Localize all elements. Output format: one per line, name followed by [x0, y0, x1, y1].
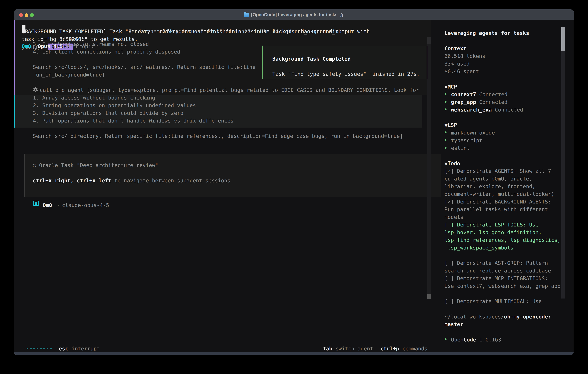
activity-dot [50, 348, 52, 349]
todo-line-pending: [ ] Demonstrate AST-GREP: Pattern [444, 259, 548, 267]
toast-title: Background Task Completed [272, 55, 351, 63]
input-agent-label[interactable]: OmO [22, 42, 31, 50]
lsp-section-header[interactable]: ▼LSP [444, 121, 457, 129]
gear-icon [32, 87, 38, 93]
window-title-container: [OpenCode] Leveraging agents for tasks ◑ [14, 10, 574, 20]
todo-line-done: curated agents (OmO, oracle, [444, 175, 532, 183]
collapse-triangle-icon: ▼ [444, 123, 448, 128]
hint-rest: to navigate between subagent sessions [111, 177, 231, 184]
status-bullet-icon [445, 108, 447, 110]
log-line: Search src/ directory. Return specific f… [33, 132, 403, 140]
log-line: run_in_background=true] [33, 71, 105, 79]
window-title: [OpenCode] Leveraging agents for tasks [251, 12, 337, 17]
folder-icon [244, 13, 249, 17]
mcp-item: websearch_exa Connected [451, 106, 523, 114]
todo-line-done: Run parallel tasks with different [444, 206, 548, 213]
main-scrollbar[interactable] [427, 37, 431, 299]
cmd-key-label: commands [402, 345, 427, 353]
log-line: 2. String operations on potentially unde… [33, 102, 196, 109]
oracle-icon: ◎ [33, 162, 36, 168]
tab-key-hint: tab [323, 345, 332, 353]
text-cursor [22, 25, 25, 33]
background-task-toast: Background Task Completed Task "Find typ… [262, 46, 427, 79]
oracle-hint-line: ctrl+x right, ctrl+x left to navigate be… [33, 177, 230, 184]
app-window: [OpenCode] Leveraging agents for tasks ◑… [14, 9, 574, 355]
agent-model: claude-opus-4-5 [62, 201, 109, 209]
todo-line-done: [✓] Demonstrate AGENTS: Show all 7 [444, 167, 551, 175]
log-line: 4. Path operations that don't handle Win… [33, 117, 233, 125]
message-line: [BACKGROUND TASK COMPLETED] Task "Find t… [22, 28, 342, 35]
window-bottom-edge [14, 352, 574, 355]
activity-dot [40, 348, 42, 349]
message-line: task_id="bg_6f59260c" to get results. [22, 35, 138, 43]
input-model-label[interactable]: Opus 4.5 [38, 42, 63, 50]
todo-line-active: lsp_hover, lsp_goto_definition, [444, 229, 542, 236]
workspace-path: ~/local-workspaces/oh-my-opencode: [444, 313, 551, 321]
esc-key-hint: esc [59, 345, 68, 353]
status-bullet-icon [445, 101, 447, 103]
cmd-key-hint: ctrl+p [380, 345, 399, 353]
sidebar-scrollbar[interactable] [561, 27, 565, 299]
collapse-triangle-icon: ▼ [444, 161, 448, 166]
todo-line-pending: search and replace across codebase [444, 267, 551, 274]
todo-line-done: models [444, 213, 463, 221]
scrollbar-cap [427, 37, 431, 44]
todo-line-active: lsp_find_references, lsp_diagnostics, [444, 236, 560, 244]
scrollbar-thumb[interactable] [427, 294, 431, 299]
esc-key-label: interrupt [72, 345, 100, 353]
activity-dot [43, 348, 45, 349]
title-bar: [OpenCode] Leveraging agents for tasks ◑ [14, 10, 574, 20]
activity-dot [37, 348, 38, 349]
todo-line-active: [ ] Demonstrate LSP TOOLS: Use [444, 221, 538, 229]
activity-dot [27, 348, 28, 349]
todo-line-done: [✓] Demonstrate BACKGROUND AGENTS: [444, 198, 551, 206]
mcp-item: context7 Connected [451, 91, 507, 98]
context-heading: Context [444, 44, 466, 52]
todo-line-done: document-writer, multimodal-looker) [444, 190, 554, 198]
todo-line-done: librarian, explore, frontend, [444, 183, 536, 190]
scrollbar-thumb[interactable] [561, 27, 565, 51]
input-provider-label: Anthropic [66, 42, 94, 50]
activity-dot [30, 348, 32, 349]
log-line: Search src/tools/, src/hooks/, src/featu… [33, 63, 262, 71]
status-bullet-icon [445, 147, 447, 149]
collapse-triangle-icon: ▼ [444, 85, 448, 90]
log-line: 1. Array access without bounds checking [33, 94, 155, 102]
chat-scroll-area[interactable]: 3. File handles or streams not closed 4.… [14, 20, 450, 355]
log-line: 3. Division operations that could divide… [33, 109, 183, 117]
hint-keys: ctrl+x right, ctrl+x left [33, 177, 111, 184]
status-bullet-icon [445, 139, 447, 141]
oracle-header-line: ◎ Oracle Task "Deep architecture review" [33, 161, 158, 169]
lsp-item: typescript [451, 136, 482, 144]
status-bullet-icon [445, 93, 447, 95]
lsp-item: markdown-oxide [451, 129, 495, 136]
status-bullet-icon [445, 132, 447, 133]
sidebar-title: Leveraging agents for tasks [444, 29, 529, 37]
toast-body: Task "Find type safety issues" finished … [272, 70, 420, 78]
context-tokens: 66,518 tokens [444, 52, 485, 60]
todo-line-pending: Use context7, websearch_exa, grep_app [444, 282, 560, 290]
todo-line-active: lsp_workspace_symbols [444, 244, 514, 251]
todo-line-pending: [ ] Demonstrate MCP INTEGRATIONS: [444, 274, 548, 282]
workspace-branch: master [444, 321, 463, 328]
todo-section-header[interactable]: ▼Todo [444, 159, 460, 167]
agent-square-icon [33, 201, 39, 206]
tool-call-line: call_omo_agent [subagent_type=explore, p… [40, 86, 430, 94]
status-bullet-icon [445, 338, 447, 340]
context-spent: $0.46 spent [444, 68, 479, 75]
agent-name: OmO [43, 201, 52, 209]
lsp-item: eslint [451, 144, 470, 152]
mcp-section-header[interactable]: ▼MCP [444, 83, 457, 91]
todo-line-pending: [ ] Demonstrate MULTIMODAL: Use [444, 298, 542, 305]
activity-dot [33, 348, 35, 349]
oracle-task-panel: ◎ Oracle Task "Deep architecture review"… [24, 154, 441, 197]
mcp-item: grep_app Connected [451, 98, 507, 106]
activity-dot [47, 348, 48, 349]
tab-key-label: switch agent [336, 345, 373, 353]
agent-separator: · [57, 201, 60, 209]
context-used: 33% used [444, 60, 470, 68]
session-half-circle-icon: ◑ [340, 12, 344, 18]
app-version: OpenCode 1.0.163 [451, 336, 501, 343]
